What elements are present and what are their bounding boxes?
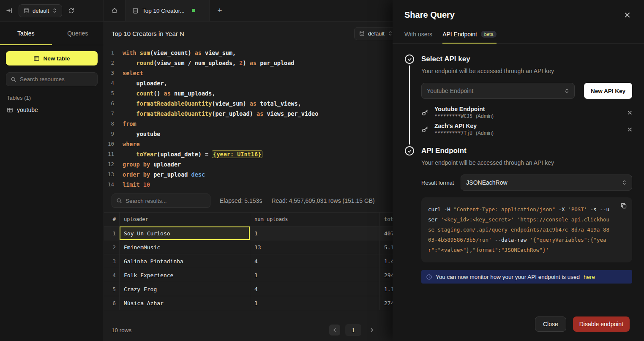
close-icon[interactable]: [624, 12, 630, 18]
line-number: 14: [104, 180, 123, 190]
query-tab[interactable]: Top 10 Creator...: [125, 0, 210, 21]
line-number: 9: [104, 129, 123, 139]
step-select-api-key: Select API key Your endpoint will be acc…: [404, 55, 632, 146]
query-tab-label: Top 10 Creator...: [142, 8, 185, 14]
line-number: 5: [104, 88, 123, 98]
table-cell[interactable]: EminemMusic: [120, 240, 250, 254]
table-cell[interactable]: 1: [250, 296, 380, 310]
curl-command: curl -H "Content-Type: application/json"…: [428, 206, 609, 253]
tab-tables[interactable]: Tables: [0, 22, 52, 45]
database-selector[interactable]: default: [19, 4, 62, 17]
api-key-list: Youtube Endpoint*********WCJ5(Admin)Zach…: [421, 106, 632, 136]
banner-text: You can now monitor how your your API en…: [436, 274, 580, 280]
tab-api-endpoint[interactable]: API Endpoint beta: [442, 31, 497, 43]
chevron-updown-icon: [52, 8, 57, 14]
resources-search[interactable]: [6, 72, 98, 86]
table-cell[interactable]: Folk Experience: [120, 268, 250, 282]
share-query-drawer: Share Query With users API Endpoint beta: [393, 0, 644, 341]
step-rail: [404, 146, 415, 294]
next-page-button[interactable]: [366, 325, 377, 336]
code-text: group by uploader: [123, 159, 181, 169]
table-cell[interactable]: 13: [250, 240, 380, 254]
row-number: 1: [104, 226, 120, 240]
api-key-select[interactable]: Youtube Endpoint: [421, 83, 575, 99]
top-bar-left: default: [0, 0, 104, 21]
code-text: round(view_sum / num_uploads, 2) as per_…: [123, 58, 294, 68]
result-format-row: Result format JSONEachRow: [421, 175, 632, 191]
table-cell[interactable]: Crazy Frog: [120, 282, 250, 296]
table-cell[interactable]: 1: [250, 226, 380, 240]
results-search-input[interactable]: [126, 198, 206, 204]
sidebar-tabs: Tables Queries: [0, 22, 104, 45]
tables-section-label: Tables (1): [7, 95, 97, 101]
remove-key-icon[interactable]: [628, 127, 632, 132]
sidebar: Tables Queries New table Tables (1): [0, 22, 104, 341]
database-icon: [24, 8, 29, 14]
api-key-meta: *********WCJ5(Admin): [434, 113, 622, 119]
chevron-updown-icon: [565, 88, 569, 94]
api-key-texts: Zach's API Key*********7TjU(Admin): [434, 123, 622, 136]
table-cell[interactable]: Música Azhar: [120, 296, 250, 310]
table-cell[interactable]: 4: [250, 254, 380, 268]
api-key-name: Youtube Endpoint: [434, 106, 622, 112]
new-tab-button[interactable]: +: [210, 0, 230, 21]
prev-page-button[interactable]: [329, 325, 340, 336]
result-format-select[interactable]: JSONEachRow: [461, 175, 632, 191]
run-database-selector[interactable]: default: [354, 27, 398, 40]
table-cell[interactable]: Galinha Pintadinha: [120, 254, 250, 268]
row-count-label: 10 rows: [112, 327, 131, 333]
column-header[interactable]: uploader: [120, 213, 250, 226]
code-text: from: [123, 119, 136, 129]
tab-queries[interactable]: Queries: [52, 22, 104, 45]
app-root: default Top 10 Creator... +: [0, 0, 644, 341]
column-header[interactable]: num_uploads: [250, 213, 380, 226]
step-check-icon: [405, 146, 414, 155]
line-number: 13: [104, 169, 123, 180]
row-number: 6: [104, 296, 120, 310]
disable-endpoint-button[interactable]: Disable endpoint: [573, 316, 630, 332]
query-title: Top 10 Creators in Year N: [112, 30, 184, 37]
line-number: 2: [104, 58, 123, 68]
table-cell[interactable]: 1: [250, 268, 380, 282]
code-text: limit 10: [123, 180, 150, 190]
chevron-updown-icon: [622, 180, 627, 186]
tab-with-users[interactable]: With users: [404, 31, 432, 43]
rows-read: Read: 4,557,605,031 rows (151.15 GB): [271, 197, 374, 204]
line-number: 6: [104, 98, 123, 109]
code-text: order by per_upload desc: [123, 169, 205, 180]
line-number: 7: [104, 109, 123, 119]
table-cell[interactable]: Soy Un Curioso: [120, 226, 250, 240]
sidebar-item-youtube[interactable]: youtube: [0, 104, 104, 116]
api-key-role: (Admin): [476, 130, 494, 136]
step-subtitle: Your endpoint will be accessed through a…: [421, 159, 632, 166]
api-key-item: Zach's API Key*********7TjU(Admin): [421, 123, 632, 136]
database-icon: [359, 30, 365, 36]
refresh-icon[interactable]: [68, 8, 74, 14]
line-number: 4: [104, 78, 123, 88]
drawer-body: Select API key Your endpoint will be acc…: [393, 44, 644, 310]
collapse-sidebar-icon[interactable]: [6, 7, 13, 14]
close-button[interactable]: Close: [535, 316, 566, 332]
home-button[interactable]: [104, 0, 125, 21]
new-api-key-button[interactable]: New API Key: [584, 83, 632, 99]
column-header[interactable]: #: [104, 213, 120, 226]
line-number: 11: [104, 149, 123, 159]
line-number: 8: [104, 119, 123, 129]
copy-icon[interactable]: [620, 202, 627, 209]
line-number: 3: [104, 68, 123, 78]
code-text: where: [123, 139, 140, 149]
step-content: API Endpoint Your endpoint will be acces…: [421, 146, 632, 294]
code-text: formatReadableQuantity(per_upload) as vi…: [123, 109, 318, 119]
search-icon: [11, 76, 16, 82]
results-search[interactable]: [112, 194, 210, 208]
key-controls: Youtube Endpoint New API Key: [421, 83, 632, 99]
table-cell[interactable]: 4: [250, 282, 380, 296]
resources-search-input[interactable]: [20, 76, 93, 82]
step-connector: [409, 65, 410, 145]
new-table-button[interactable]: New table: [6, 51, 98, 65]
remove-key-icon[interactable]: [628, 110, 632, 115]
code-text: select: [123, 68, 143, 78]
line-number: 12: [104, 159, 123, 169]
monitor-here-link[interactable]: here: [584, 274, 595, 280]
page-number[interactable]: 1: [345, 324, 361, 336]
